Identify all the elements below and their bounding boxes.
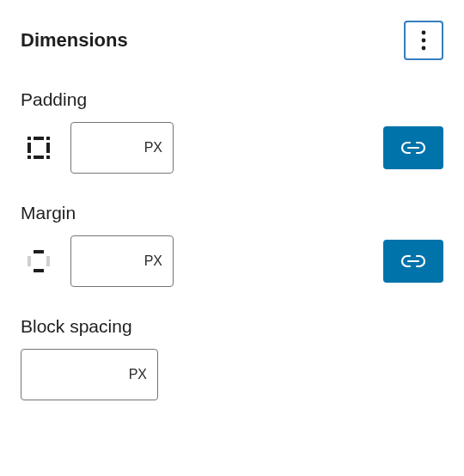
panel-options-button[interactable]: [404, 21, 443, 60]
more-vertical-icon: [421, 30, 426, 51]
svg-rect-14: [34, 269, 44, 272]
svg-rect-12: [46, 256, 50, 266]
padding-label: Padding: [21, 89, 443, 110]
padding-section: Padding PX: [21, 89, 443, 174]
link-icon: [400, 253, 426, 270]
svg-rect-6: [46, 156, 50, 159]
svg-rect-4: [46, 137, 50, 140]
padding-input-wrapper: PX: [70, 122, 174, 174]
block-spacing-section: Block spacing PX: [21, 316, 443, 400]
block-spacing-input[interactable]: [21, 350, 129, 400]
margin-input-wrapper: PX: [70, 235, 174, 287]
svg-rect-8: [46, 143, 50, 153]
margin-section: Margin PX: [21, 203, 443, 287]
svg-rect-13: [34, 250, 44, 253]
dimensions-panel-header: Dimensions: [21, 21, 443, 60]
svg-point-2: [422, 46, 426, 51]
padding-sides-icon: [21, 130, 57, 166]
svg-rect-5: [27, 156, 31, 159]
padding-link-sides-button[interactable]: [383, 126, 443, 169]
svg-rect-10: [34, 156, 44, 159]
margin-sides-icon: [21, 243, 57, 279]
margin-input[interactable]: [71, 236, 144, 286]
svg-point-0: [422, 31, 426, 35]
svg-rect-3: [27, 137, 31, 140]
svg-rect-7: [27, 143, 31, 153]
svg-point-1: [422, 39, 426, 43]
margin-unit-label[interactable]: PX: [144, 253, 173, 269]
block-spacing-unit-label[interactable]: PX: [129, 367, 157, 382]
svg-rect-11: [27, 256, 31, 266]
panel-title: Dimensions: [21, 29, 128, 52]
block-spacing-label: Block spacing: [21, 316, 443, 337]
link-icon: [400, 139, 426, 156]
padding-unit-label[interactable]: PX: [144, 140, 173, 156]
margin-link-sides-button[interactable]: [383, 240, 443, 283]
block-spacing-input-wrapper: PX: [21, 349, 158, 400]
padding-input[interactable]: [71, 123, 144, 173]
svg-rect-9: [34, 137, 44, 140]
margin-label: Margin: [21, 203, 443, 223]
